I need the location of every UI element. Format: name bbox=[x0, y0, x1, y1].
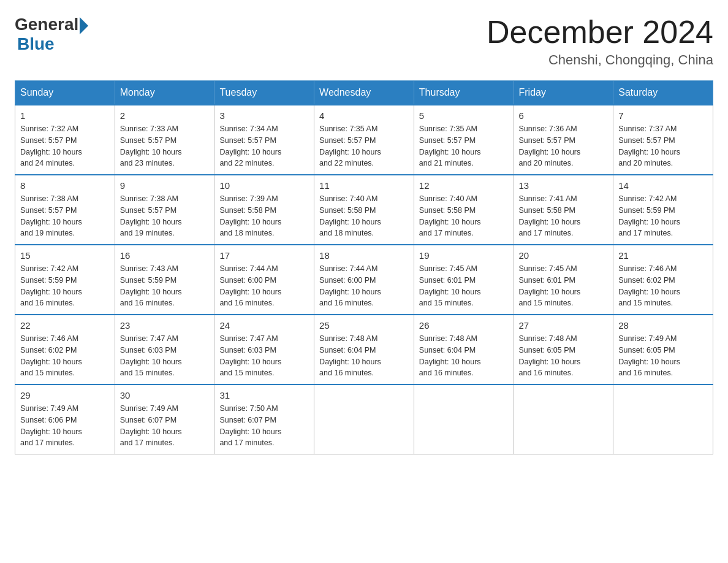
day-detail: Sunrise: 7:46 AM Sunset: 6:02 PM Dayligh… bbox=[20, 333, 110, 379]
col-header-monday: Monday bbox=[115, 81, 214, 105]
day-detail: Sunrise: 7:48 AM Sunset: 6:04 PM Dayligh… bbox=[419, 333, 509, 379]
col-header-sunday: Sunday bbox=[15, 81, 115, 105]
day-number: 17 bbox=[219, 250, 309, 261]
calendar-cell: 30 Sunrise: 7:49 AM Sunset: 6:07 PM Dayl… bbox=[115, 385, 214, 454]
day-detail: Sunrise: 7:47 AM Sunset: 6:03 PM Dayligh… bbox=[219, 333, 309, 379]
calendar-cell: 17 Sunrise: 7:44 AM Sunset: 6:00 PM Dayl… bbox=[214, 245, 314, 315]
day-number: 20 bbox=[519, 250, 609, 261]
day-detail: Sunrise: 7:37 AM Sunset: 5:57 PM Dayligh… bbox=[618, 123, 708, 169]
page-header: General Blue December 2024 Chenshi, Chon… bbox=[15, 15, 713, 68]
day-number: 7 bbox=[618, 110, 708, 121]
calendar-cell: 14 Sunrise: 7:42 AM Sunset: 5:59 PM Dayl… bbox=[613, 175, 713, 245]
calendar-cell: 10 Sunrise: 7:39 AM Sunset: 5:58 PM Dayl… bbox=[214, 175, 314, 245]
day-detail: Sunrise: 7:48 AM Sunset: 6:05 PM Dayligh… bbox=[519, 333, 609, 379]
week-row-4: 22 Sunrise: 7:46 AM Sunset: 6:02 PM Dayl… bbox=[15, 315, 713, 385]
day-number: 1 bbox=[20, 110, 110, 121]
calendar-cell: 26 Sunrise: 7:48 AM Sunset: 6:04 PM Dayl… bbox=[414, 315, 514, 385]
day-number: 27 bbox=[519, 320, 609, 331]
calendar-cell: 22 Sunrise: 7:46 AM Sunset: 6:02 PM Dayl… bbox=[15, 315, 115, 385]
day-detail: Sunrise: 7:45 AM Sunset: 6:01 PM Dayligh… bbox=[519, 263, 609, 309]
calendar-cell: 1 Sunrise: 7:32 AM Sunset: 5:57 PM Dayli… bbox=[15, 105, 115, 175]
day-detail: Sunrise: 7:34 AM Sunset: 5:57 PM Dayligh… bbox=[219, 123, 309, 169]
day-number: 30 bbox=[120, 390, 210, 400]
day-detail: Sunrise: 7:45 AM Sunset: 6:01 PM Dayligh… bbox=[419, 263, 509, 309]
day-number: 9 bbox=[120, 180, 210, 191]
logo: General Blue bbox=[15, 15, 88, 54]
calendar-cell: 11 Sunrise: 7:40 AM Sunset: 5:58 PM Dayl… bbox=[314, 175, 414, 245]
day-detail: Sunrise: 7:33 AM Sunset: 5:57 PM Dayligh… bbox=[120, 123, 210, 169]
day-number: 6 bbox=[519, 110, 609, 121]
calendar-cell: 2 Sunrise: 7:33 AM Sunset: 5:57 PM Dayli… bbox=[115, 105, 214, 175]
day-number: 11 bbox=[319, 180, 409, 191]
col-header-thursday: Thursday bbox=[414, 81, 514, 105]
week-row-2: 8 Sunrise: 7:38 AM Sunset: 5:57 PM Dayli… bbox=[15, 175, 713, 245]
calendar-cell: 31 Sunrise: 7:50 AM Sunset: 6:07 PM Dayl… bbox=[214, 385, 314, 454]
day-detail: Sunrise: 7:42 AM Sunset: 5:59 PM Dayligh… bbox=[618, 193, 708, 239]
calendar-cell bbox=[414, 385, 514, 454]
day-detail: Sunrise: 7:42 AM Sunset: 5:59 PM Dayligh… bbox=[20, 263, 110, 309]
day-number: 31 bbox=[219, 390, 309, 400]
calendar-cell: 20 Sunrise: 7:45 AM Sunset: 6:01 PM Dayl… bbox=[514, 245, 613, 315]
day-detail: Sunrise: 7:44 AM Sunset: 6:00 PM Dayligh… bbox=[319, 263, 409, 309]
day-number: 22 bbox=[20, 320, 110, 331]
day-detail: Sunrise: 7:48 AM Sunset: 6:04 PM Dayligh… bbox=[319, 333, 409, 379]
day-number: 13 bbox=[519, 180, 609, 191]
calendar-cell: 18 Sunrise: 7:44 AM Sunset: 6:00 PM Dayl… bbox=[314, 245, 414, 315]
day-detail: Sunrise: 7:46 AM Sunset: 6:02 PM Dayligh… bbox=[618, 263, 708, 309]
calendar-cell bbox=[514, 385, 613, 454]
day-detail: Sunrise: 7:49 AM Sunset: 6:05 PM Dayligh… bbox=[618, 333, 708, 379]
day-number: 23 bbox=[120, 320, 210, 331]
day-detail: Sunrise: 7:47 AM Sunset: 6:03 PM Dayligh… bbox=[120, 333, 210, 379]
calendar-cell: 7 Sunrise: 7:37 AM Sunset: 5:57 PM Dayli… bbox=[613, 105, 713, 175]
calendar-cell: 3 Sunrise: 7:34 AM Sunset: 5:57 PM Dayli… bbox=[214, 105, 314, 175]
week-row-3: 15 Sunrise: 7:42 AM Sunset: 5:59 PM Dayl… bbox=[15, 245, 713, 315]
day-number: 15 bbox=[20, 250, 110, 261]
calendar-cell bbox=[613, 385, 713, 454]
day-detail: Sunrise: 7:39 AM Sunset: 5:58 PM Dayligh… bbox=[219, 193, 309, 239]
col-header-tuesday: Tuesday bbox=[214, 81, 314, 105]
day-number: 4 bbox=[319, 110, 409, 121]
calendar-cell bbox=[314, 385, 414, 454]
day-detail: Sunrise: 7:41 AM Sunset: 5:58 PM Dayligh… bbox=[519, 193, 609, 239]
day-number: 8 bbox=[20, 180, 110, 191]
col-header-wednesday: Wednesday bbox=[314, 81, 414, 105]
calendar-cell: 19 Sunrise: 7:45 AM Sunset: 6:01 PM Dayl… bbox=[414, 245, 514, 315]
logo-general-text: General bbox=[15, 15, 78, 34]
day-number: 3 bbox=[219, 110, 309, 121]
calendar-cell: 6 Sunrise: 7:36 AM Sunset: 5:57 PM Dayli… bbox=[514, 105, 613, 175]
day-number: 28 bbox=[618, 320, 708, 331]
location-subtitle: Chenshi, Chongqing, China bbox=[487, 52, 713, 68]
calendar-cell: 16 Sunrise: 7:43 AM Sunset: 5:59 PM Dayl… bbox=[115, 245, 214, 315]
week-row-5: 29 Sunrise: 7:49 AM Sunset: 6:06 PM Dayl… bbox=[15, 385, 713, 454]
calendar-cell: 4 Sunrise: 7:35 AM Sunset: 5:57 PM Dayli… bbox=[314, 105, 414, 175]
calendar-cell: 21 Sunrise: 7:46 AM Sunset: 6:02 PM Dayl… bbox=[613, 245, 713, 315]
day-detail: Sunrise: 7:40 AM Sunset: 5:58 PM Dayligh… bbox=[419, 193, 509, 239]
month-title: December 2024 bbox=[487, 15, 713, 50]
day-number: 14 bbox=[618, 180, 708, 191]
calendar-cell: 5 Sunrise: 7:35 AM Sunset: 5:57 PM Dayli… bbox=[414, 105, 514, 175]
logo-arrow-icon bbox=[80, 17, 88, 34]
day-number: 25 bbox=[319, 320, 409, 331]
day-number: 21 bbox=[618, 250, 708, 261]
title-section: December 2024 Chenshi, Chongqing, China bbox=[487, 15, 713, 68]
day-number: 19 bbox=[419, 250, 509, 261]
day-detail: Sunrise: 7:35 AM Sunset: 5:57 PM Dayligh… bbox=[319, 123, 409, 169]
day-detail: Sunrise: 7:38 AM Sunset: 5:57 PM Dayligh… bbox=[120, 193, 210, 239]
day-detail: Sunrise: 7:49 AM Sunset: 6:07 PM Dayligh… bbox=[120, 403, 210, 449]
logo-blue-text: Blue bbox=[17, 34, 55, 54]
calendar-cell: 13 Sunrise: 7:41 AM Sunset: 5:58 PM Dayl… bbox=[514, 175, 613, 245]
day-number: 5 bbox=[419, 110, 509, 121]
day-detail: Sunrise: 7:40 AM Sunset: 5:58 PM Dayligh… bbox=[319, 193, 409, 239]
day-detail: Sunrise: 7:32 AM Sunset: 5:57 PM Dayligh… bbox=[20, 123, 110, 169]
calendar-table: SundayMondayTuesdayWednesdayThursdayFrid… bbox=[15, 80, 713, 454]
day-number: 12 bbox=[419, 180, 509, 191]
day-number: 10 bbox=[219, 180, 309, 191]
day-number: 16 bbox=[120, 250, 210, 261]
day-detail: Sunrise: 7:35 AM Sunset: 5:57 PM Dayligh… bbox=[419, 123, 509, 169]
calendar-cell: 28 Sunrise: 7:49 AM Sunset: 6:05 PM Dayl… bbox=[613, 315, 713, 385]
day-number: 24 bbox=[219, 320, 309, 331]
calendar-cell: 27 Sunrise: 7:48 AM Sunset: 6:05 PM Dayl… bbox=[514, 315, 613, 385]
day-detail: Sunrise: 7:43 AM Sunset: 5:59 PM Dayligh… bbox=[120, 263, 210, 309]
calendar-cell: 8 Sunrise: 7:38 AM Sunset: 5:57 PM Dayli… bbox=[15, 175, 115, 245]
calendar-cell: 9 Sunrise: 7:38 AM Sunset: 5:57 PM Dayli… bbox=[115, 175, 214, 245]
